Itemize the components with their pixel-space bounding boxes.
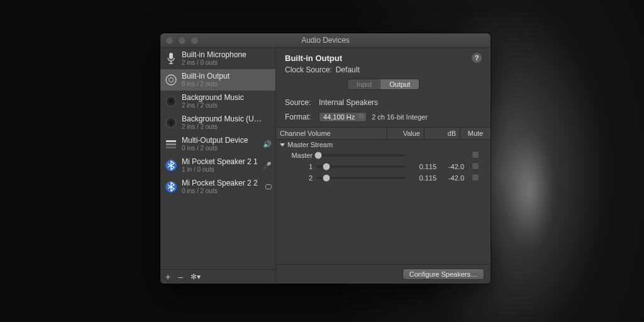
device-io-summary: 2 ins / 2 outs <box>182 102 244 109</box>
svg-point-8 <box>169 121 174 125</box>
window-body: Built-in Microphone2 ins / 0 outsBuilt-i… <box>160 48 491 284</box>
titlebar[interactable]: Audio Devices <box>160 33 491 48</box>
bluetooth-icon <box>164 180 178 194</box>
channel-label: 2 <box>280 174 316 182</box>
volume-slider[interactable] <box>316 162 405 171</box>
mic-icon <box>164 52 178 65</box>
speaker-icon <box>164 73 178 87</box>
add-device-button[interactable]: + <box>165 272 170 282</box>
detail-title: Built-in Output <box>285 53 342 63</box>
svg-point-4 <box>169 78 174 82</box>
col-mute: Mute <box>460 128 491 139</box>
gear-menu-button[interactable]: ✻▾ <box>191 272 201 281</box>
minimize-icon[interactable] <box>178 36 186 45</box>
device-name: Built-in Microphone <box>182 51 247 59</box>
source-label: Source: <box>285 98 319 107</box>
device-io-summary: 0 ins / 2 outs <box>182 80 230 87</box>
device-row[interactable]: Background Music2 ins / 2 outs <box>160 91 275 112</box>
device-io-summary: 2 ins / 2 outs <box>182 123 262 130</box>
device-name: Mi Pocket Speaker 2 1 <box>182 158 258 166</box>
remove-device-button[interactable]: – <box>178 272 183 282</box>
help-button[interactable]: ? <box>472 53 482 63</box>
master-row: Master <box>276 150 491 161</box>
device-row[interactable]: Mi Pocket Speaker 2 20 ins / 2 outs🖵 <box>160 176 275 197</box>
svg-rect-0 <box>169 53 173 59</box>
close-icon[interactable] <box>165 36 174 45</box>
channel-row: 20.115-42.0 <box>276 172 491 184</box>
device-indicator-icon: 🖵 <box>265 183 272 191</box>
col-channel: Channel Volume <box>276 128 387 139</box>
configure-speakers-button[interactable]: Configure Speakers… <box>402 269 484 280</box>
device-io-summary: 0 ins / 2 outs <box>182 187 258 194</box>
detail-pane: Built-in Output ? Clock Source: Default … <box>276 48 491 284</box>
device-name: Multi-Output Device <box>182 136 248 145</box>
window-title: Audio Devices <box>160 36 491 45</box>
device-row[interactable]: ▶Multi-Output Device0 ins / 2 outs🔊 <box>160 133 275 155</box>
volume-slider[interactable] <box>316 174 405 182</box>
volume-table-body: Master StreamMaster10.115-42.020.115-42.… <box>276 140 491 184</box>
device-name: Mi Pocket Speaker 2 2 <box>182 179 258 187</box>
device-io-summary: 2 ins / 0 outs <box>182 59 247 66</box>
tab-input: Input <box>348 79 380 89</box>
format-description: 2 ch 16-bit Integer <box>372 113 428 121</box>
window-controls <box>165 36 199 45</box>
channel-db: -42.0 <box>436 163 464 170</box>
device-name: Background Music (UI So… <box>182 115 262 123</box>
channel-row: 10.115-42.0 <box>276 161 491 172</box>
io-tabs: Input Output <box>348 79 419 89</box>
bluetooth-icon <box>164 158 178 172</box>
disclosure-triangle-icon[interactable] <box>280 143 285 147</box>
mute-checkbox[interactable] <box>472 162 479 170</box>
svg-point-6 <box>169 99 174 104</box>
mute-checkbox[interactable] <box>472 151 479 158</box>
device-indicator-icon: 🎤 <box>263 162 272 170</box>
format-label: Format: <box>285 113 319 121</box>
device-row[interactable]: Built-in Output0 ins / 2 outs <box>160 69 275 91</box>
audio-devices-window: Audio Devices Built-in Microphone2 ins /… <box>160 33 491 284</box>
format-select[interactable]: 44,100 Hz <box>319 112 367 122</box>
col-db: dB <box>424 128 460 139</box>
device-list: Built-in Microphone2 ins / 0 outsBuilt-i… <box>160 48 275 269</box>
device-io-summary: 0 ins / 2 outs <box>182 145 248 152</box>
device-row[interactable]: Built-in Microphone2 ins / 0 outs <box>160 48 275 69</box>
svg-rect-11 <box>166 147 176 148</box>
channel-value: 0.115 <box>408 174 436 182</box>
zoom-icon[interactable] <box>191 36 199 45</box>
master-stream-label: Master Stream <box>287 141 333 148</box>
device-row[interactable]: Mi Pocket Speaker 2 11 in / 0 outs🎤 <box>160 155 275 176</box>
device-sidebar: Built-in Microphone2 ins / 0 outsBuilt-i… <box>160 48 276 284</box>
channel-db: -42.0 <box>436 174 464 182</box>
svg-rect-9 <box>166 140 176 142</box>
volume-table-header: Channel Volume Value dB Mute <box>276 127 491 140</box>
clock-source-value: Default <box>336 65 360 74</box>
device-name: Built-in Output <box>182 72 230 80</box>
clock-source-label: Clock Source: <box>285 65 332 74</box>
device-name: Background Music <box>182 94 244 102</box>
stack-icon <box>164 137 178 151</box>
channel-value: 0.115 <box>408 163 436 170</box>
svg-rect-10 <box>166 143 176 145</box>
master-stream-row[interactable]: Master Stream <box>276 140 491 150</box>
device-row[interactable]: Background Music (UI So…2 ins / 2 outs <box>160 112 275 133</box>
sidebar-toolbar: + – ✻▾ <box>160 269 275 284</box>
device-io-summary: 1 in / 0 outs <box>182 166 258 173</box>
circle-icon <box>164 94 178 108</box>
tab-output[interactable]: Output <box>380 79 419 89</box>
source-value: Internal Speakers <box>319 98 378 107</box>
device-indicator-icon: 🔊 <box>263 140 272 148</box>
channel-label: 1 <box>280 163 316 170</box>
mute-checkbox[interactable] <box>472 174 479 181</box>
master-slider <box>316 151 405 160</box>
channel-label: Master <box>280 152 316 159</box>
col-value: Value <box>387 128 424 139</box>
circle-icon <box>164 116 178 130</box>
